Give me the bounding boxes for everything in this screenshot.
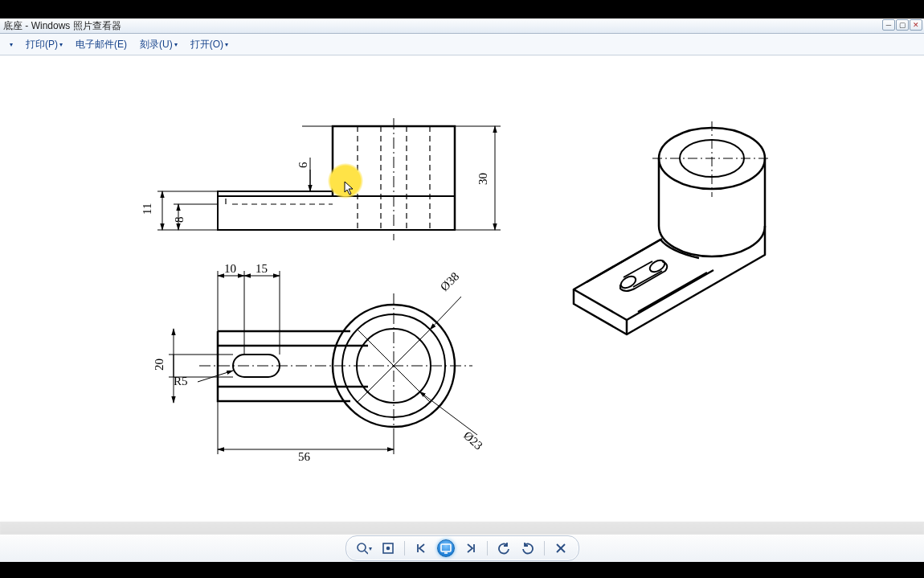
- menu-email[interactable]: 电子邮件(E): [71, 35, 132, 54]
- toolbar-pill: ▾: [345, 535, 579, 561]
- svg-point-58: [358, 543, 366, 551]
- svg-text:Ø38: Ø38: [438, 270, 462, 294]
- technical-drawing-svg: 11 8 6 30: [141, 113, 786, 465]
- prev-button[interactable]: [413, 540, 429, 556]
- menu-burn[interactable]: 刻录(U) ▾: [135, 35, 182, 54]
- viewer-toolbar: ▾: [0, 535, 924, 562]
- svg-text:6: 6: [296, 162, 309, 168]
- svg-text:11: 11: [141, 203, 153, 215]
- svg-text:56: 56: [298, 450, 311, 463]
- maximize-button[interactable]: ▢: [896, 19, 909, 31]
- menu-open[interactable]: 打开(O) ▾: [186, 35, 233, 54]
- svg-text:30: 30: [476, 173, 489, 185]
- drawing-canvas: 11 8 6 30: [141, 113, 786, 465]
- svg-rect-63: [441, 544, 451, 551]
- menu-print[interactable]: 打印(P) ▾: [21, 35, 67, 54]
- svg-text:20: 20: [153, 359, 166, 371]
- titlebar: 底座 - Windows 照片查看器 ─ ▢ ✕: [0, 18, 924, 34]
- zoom-button[interactable]: ▾: [356, 540, 372, 556]
- menubar: ▾ 打印(P) ▾ 电子邮件(E) 刻录(U) ▾ 打开(O) ▾: [0, 34, 924, 55]
- svg-line-37: [198, 371, 233, 382]
- actual-size-button[interactable]: [380, 540, 396, 556]
- svg-line-41: [430, 297, 461, 330]
- rotate-cw-button[interactable]: [520, 540, 536, 556]
- svg-point-61: [386, 547, 389, 550]
- close-button[interactable]: ✕: [910, 19, 922, 31]
- image-viewport[interactable]: 11 8 6 30: [0, 55, 924, 522]
- menu-file[interactable]: ▾: [5, 39, 18, 51]
- next-button[interactable]: [463, 540, 479, 556]
- rotate-ccw-button[interactable]: [496, 540, 512, 556]
- slideshow-button[interactable]: [437, 539, 455, 557]
- svg-text:Ø23: Ø23: [461, 428, 485, 452]
- svg-text:R5: R5: [174, 375, 188, 387]
- photo-viewer-window: 底座 - Windows 照片查看器 ─ ▢ ✕ ▾ 打印(P) ▾ 电子邮件(…: [0, 18, 924, 562]
- svg-line-59: [365, 551, 368, 554]
- svg-text:15: 15: [256, 262, 268, 275]
- svg-text:10: 10: [224, 262, 236, 275]
- taskbar-blur: [0, 522, 924, 535]
- minimize-button[interactable]: ─: [882, 19, 895, 31]
- delete-button[interactable]: [553, 540, 569, 556]
- window-title: 底座 - Windows 照片查看器: [3, 19, 121, 33]
- svg-line-42: [419, 391, 477, 435]
- svg-text:8: 8: [173, 217, 186, 223]
